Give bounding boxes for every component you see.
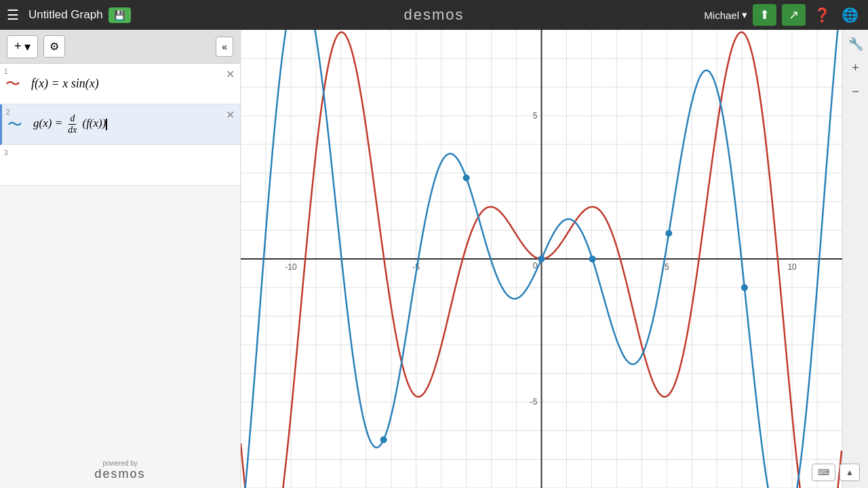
share-button[interactable]: ↗: [782, 4, 806, 26]
graph-area[interactable]: 🔧 + − ⌨ ▲: [241, 30, 868, 488]
save-icon: 💾: [114, 10, 125, 20]
desmos-brand: desmos: [7, 467, 233, 481]
help-icon: ❓: [814, 7, 831, 22]
curve-icon-red: 〜: [5, 74, 20, 94]
save-account-icon: ⬆: [760, 7, 770, 22]
curve-icon-blue: 〜: [7, 115, 22, 135]
menu-icon[interactable]: ☰: [7, 7, 19, 23]
collapse-icon: «: [222, 41, 227, 52]
row-number: 3: [1, 146, 11, 157]
language-button[interactable]: 🌐: [839, 4, 861, 26]
settings-button[interactable]: ⚙: [43, 35, 65, 58]
expression-list: 1 〜 f(x) = x sin(x) ✕ 2 〜 g(x) =: [0, 64, 240, 453]
right-controls: Michael ▾ ⬆ ↗ ❓ 🌐: [704, 4, 861, 26]
title-area: Untitled Graph 💾: [28, 7, 131, 23]
row-number: 1: [1, 65, 11, 75]
expression-row[interactable]: 2 〜 g(x) = d dx (f(x)) ✕: [0, 104, 240, 145]
expression-content[interactable]: g(x) = d dx (f(x)): [28, 104, 240, 144]
graph-canvas: [241, 30, 842, 488]
save-to-account-button[interactable]: ⬆: [753, 4, 776, 26]
zoom-out-button[interactable]: −: [843, 81, 868, 103]
main-area: + ▾ ⚙ « 1 〜 f(x) = x sin(x) ✕: [0, 30, 868, 488]
zoom-in-button[interactable]: +: [843, 57, 868, 79]
keyboard-button[interactable]: ⌨: [812, 464, 835, 481]
sidebar-toolbar: + ▾ ⚙ «: [0, 30, 240, 64]
row-number: 2: [3, 106, 13, 116]
add-expression-button[interactable]: + ▾: [7, 35, 38, 58]
keyboard-icon: ⌨: [818, 468, 829, 477]
topbar: ☰ Untitled Graph 💾 desmos Michael ▾ ⬆ ↗ …: [0, 0, 868, 30]
graph-title: Untitled Graph: [28, 8, 103, 22]
collapse-sidebar-button[interactable]: «: [216, 37, 233, 57]
powered-by: powered by desmos: [0, 453, 240, 488]
up-arrow-icon: ▲: [846, 468, 854, 477]
expression-row[interactable]: 3: [0, 145, 240, 186]
user-menu-button[interactable]: Michael ▾: [704, 9, 747, 21]
graph-controls: 🔧 + −: [842, 30, 868, 488]
expand-button[interactable]: ▲: [840, 464, 860, 481]
delete-expression-button[interactable]: ✕: [226, 110, 235, 121]
help-button[interactable]: ❓: [811, 4, 833, 26]
share-icon: ↗: [789, 7, 799, 22]
save-button[interactable]: 💾: [108, 7, 131, 23]
expression-row[interactable]: 1 〜 f(x) = x sin(x) ✕: [0, 64, 240, 104]
globe-icon: 🌐: [842, 7, 859, 22]
sidebar: + ▾ ⚙ « 1 〜 f(x) = x sin(x) ✕: [0, 30, 241, 488]
wrench-button[interactable]: 🔧: [843, 33, 868, 56]
expression-content[interactable]: f(x) = x sin(x): [26, 64, 240, 104]
powered-by-text: powered by: [7, 460, 233, 467]
add-chevron-icon: ▾: [24, 39, 31, 54]
plus-icon: +: [14, 39, 22, 54]
settings-icon: ⚙: [50, 41, 59, 52]
expression-content[interactable]: [26, 145, 240, 185]
desmos-logo: desmos: [403, 6, 464, 24]
delete-expression-button[interactable]: ✕: [226, 69, 235, 80]
